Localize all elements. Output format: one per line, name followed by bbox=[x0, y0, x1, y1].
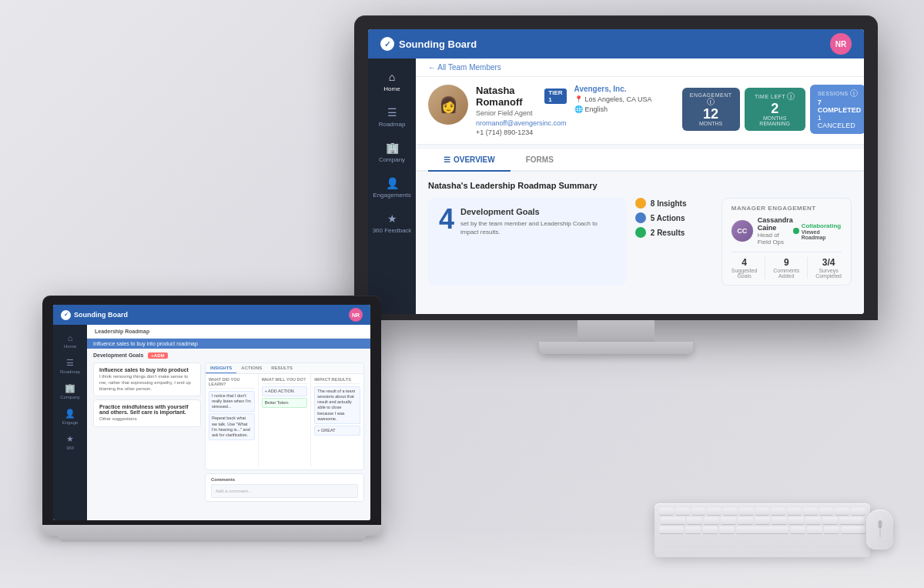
sessions-card: SESSIONS i 7 COMPLETED 1 CANCELED bbox=[810, 85, 864, 134]
comments-title: Comments bbox=[211, 477, 358, 482]
time-left-sublabel: Months Remaining bbox=[752, 115, 798, 126]
sessions-canceled: 1 CANCELED bbox=[818, 114, 859, 129]
manager-engagement-card: MANAGER ENGAGEMENT CC Cassandra Caine He… bbox=[721, 198, 852, 286]
user-avatar[interactable]: NR bbox=[830, 33, 852, 55]
laptop-logo: ✓ Sounding Board bbox=[61, 310, 128, 320]
dev-goals-info: Development Goals set by the team member… bbox=[460, 205, 615, 236]
laptop-company-icon: 🏢 bbox=[65, 383, 75, 393]
roadmap-col-results: Impact Results The result of a team sess… bbox=[311, 374, 363, 466]
metric-actions: 5 Actions bbox=[635, 212, 712, 223]
roadmap-content: What did you learn? I notice that I don'… bbox=[206, 374, 363, 466]
laptop-left-col: Influence sales to buy into product I th… bbox=[93, 362, 201, 502]
laptop-logo-icon: ✓ bbox=[61, 310, 71, 320]
laptop-page-title: Influence sales to buy into product road… bbox=[93, 341, 198, 346]
key bbox=[755, 517, 770, 524]
surveys-label: Surveys Completed bbox=[815, 268, 842, 279]
engagement-info-icon[interactable]: i bbox=[707, 98, 715, 105]
sessions-info-icon[interactable]: i bbox=[850, 89, 858, 97]
insights-label: 8 Insights bbox=[651, 199, 687, 208]
results-dot bbox=[635, 227, 646, 238]
section-title: Natasha's Leadership Roadmap Summary bbox=[428, 181, 852, 190]
collab-dot bbox=[793, 228, 798, 234]
laptop-goal-badge: +ADM bbox=[148, 352, 167, 359]
key bbox=[803, 508, 818, 515]
roadmap-tab-insights[interactable]: INSIGHTS bbox=[206, 363, 236, 373]
sidebar-item-feedback[interactable]: ★ 360 Feedback bbox=[368, 206, 416, 240]
comments-label: Comments Added bbox=[773, 268, 799, 279]
laptop-title-bar: Influence sales to buy into product road… bbox=[87, 339, 370, 349]
profile-email[interactable]: nromanoff@avengersinc.com bbox=[476, 119, 567, 127]
roadmap-tab-results[interactable]: RESULTS bbox=[266, 363, 297, 373]
sidebar-item-company[interactable]: 🏢 Company bbox=[368, 135, 416, 169]
overview-icon: ☰ bbox=[444, 155, 450, 164]
engagement-sublabel: MONTHS bbox=[690, 121, 732, 126]
manager-stats: 4 Suggested Goals 9 Comments Added bbox=[732, 252, 842, 279]
tabs-row: ☰ OVERVIEW FORMS bbox=[416, 149, 864, 172]
location-icon: 📍 bbox=[574, 95, 583, 103]
surveys-value: 3/4 bbox=[815, 257, 842, 268]
laptop-goal-title-2: Practice mindfulness with yourself and o… bbox=[99, 404, 195, 415]
breadcrumb[interactable]: ← All Team Members bbox=[416, 58, 864, 77]
manager-role: Head of Field Ops bbox=[758, 232, 794, 246]
sidebar-item-engagements[interactable]: 👤 Engagements bbox=[368, 171, 416, 205]
profile-name-row: Natasha Romanoff TIER 1 bbox=[476, 85, 567, 108]
monitor-bezel: ✓ Sounding Board NR ⌂ Home ☰ Roa bbox=[354, 15, 878, 320]
app-header: ✓ Sounding Board NR bbox=[368, 29, 864, 58]
key bbox=[771, 508, 785, 515]
laptop: ✓ Sounding Board NR ⌂ Home ☰ Roa bbox=[42, 296, 381, 542]
metric-results: 2 Results bbox=[635, 227, 712, 238]
laptop-goal-item-1: Influence sales to buy into product I th… bbox=[93, 362, 201, 396]
laptop-roadmap-icon: ☰ bbox=[66, 358, 74, 368]
laptop-sidebar-roadmap[interactable]: ☰ Roadmap bbox=[53, 353, 87, 379]
laptop-sidebar-engagements[interactable]: 👤 Engage bbox=[53, 404, 87, 429]
monitor: ✓ Sounding Board NR ⌂ Home ☰ Roa bbox=[354, 15, 878, 354]
app-name: Sounding Board bbox=[399, 38, 477, 50]
company-name[interactable]: Avengers, Inc. bbox=[574, 85, 675, 93]
monitor-neck bbox=[578, 320, 654, 342]
profile-info: Natasha Romanoff TIER 1 Senior Field Age… bbox=[476, 85, 567, 136]
roadmap-tab-actions[interactable]: ACTIONS bbox=[236, 363, 266, 373]
laptop-content-area: Development Goals +ADM Influence sales t… bbox=[87, 349, 370, 506]
roadmap-col-header-insights: What did you learn? bbox=[209, 377, 255, 389]
profile-title: Senior Field Agent bbox=[476, 109, 567, 117]
comments-stat: 9 Comments Added bbox=[773, 257, 799, 279]
key bbox=[707, 508, 721, 515]
laptop-user-avatar[interactable]: NR bbox=[349, 308, 363, 322]
key bbox=[772, 517, 787, 524]
actions-dot bbox=[635, 212, 646, 223]
sidebar-item-home[interactable]: ⌂ Home bbox=[368, 65, 416, 99]
suggested-goals-label: Suggested Goals bbox=[732, 268, 757, 279]
monitor-screen: ✓ Sounding Board NR ⌂ Home ☰ Roa bbox=[368, 29, 864, 314]
laptop-content-header: Leadership Roadmap bbox=[87, 325, 370, 339]
laptop-main: Leadership Roadmap Influence sales to bu… bbox=[87, 325, 370, 520]
profile-top: 👩 Natasha Romanoff TIER 1 Senior Field A… bbox=[428, 85, 852, 136]
roadmap-col-actions: What will you do? + ADD ACTION Better To… bbox=[259, 374, 312, 466]
sessions-label: SESSIONS i bbox=[818, 89, 859, 97]
suggested-goals-value: 4 bbox=[732, 257, 757, 268]
tab-overview[interactable]: ☰ OVERVIEW bbox=[428, 149, 511, 172]
laptop-bezel: ✓ Sounding Board NR ⌂ Home ☰ Roa bbox=[42, 296, 381, 525]
manager-avatar: CC bbox=[732, 220, 753, 242]
roadmap-item-4: Better Token bbox=[262, 398, 308, 408]
dev-goals-title: Development Goals bbox=[460, 207, 615, 216]
company-icon: 🏢 bbox=[386, 142, 399, 154]
key bbox=[835, 508, 849, 515]
sidebar-item-roadmap[interactable]: ☰ Roadmap bbox=[368, 100, 416, 134]
tab-forms[interactable]: FORMS bbox=[511, 149, 569, 172]
sessions-completed: 7 COMPLETED bbox=[818, 99, 859, 114]
comment-input[interactable]: Add a comment... bbox=[211, 484, 358, 498]
content-area: Natasha's Leadership Roadmap Summary 4 D… bbox=[416, 172, 864, 295]
laptop-goal-desc-1: I think removing things don't make sense… bbox=[99, 374, 195, 392]
key bbox=[723, 508, 738, 515]
laptop-sidebar-home[interactable]: ⌂ Home bbox=[53, 329, 87, 353]
manager-details: Cassandra Caine Head of Field Ops bbox=[758, 216, 794, 246]
insights-dot bbox=[635, 198, 646, 209]
laptop-sidebar-company[interactable]: 🏢 Company bbox=[53, 379, 87, 404]
sessions-content: 7 COMPLETED 1 CANCELED bbox=[818, 99, 859, 129]
laptop-sidebar-feedback[interactable]: ★ 360 bbox=[53, 429, 87, 455]
key bbox=[687, 517, 702, 524]
key bbox=[721, 517, 736, 524]
time-left-info-icon[interactable]: i bbox=[787, 92, 795, 100]
laptop-header: ✓ Sounding Board NR bbox=[53, 305, 370, 325]
key bbox=[822, 517, 838, 524]
